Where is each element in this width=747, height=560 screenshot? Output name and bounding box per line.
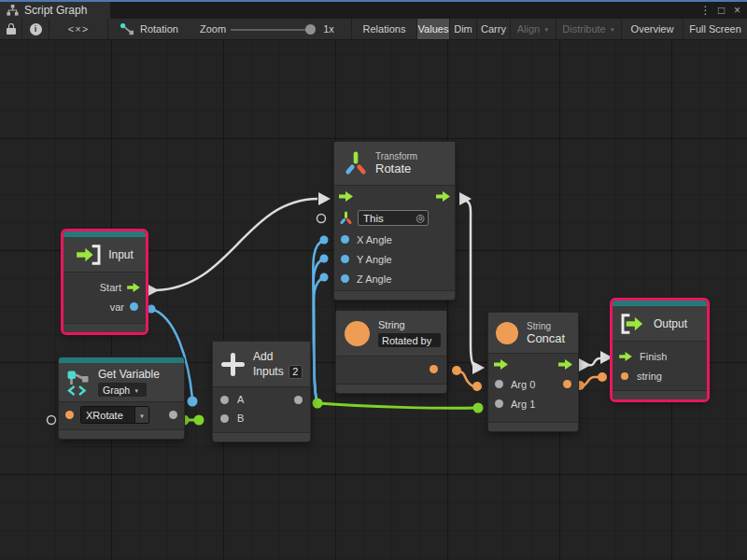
input-port-icon[interactable] [495,399,503,408]
node-title: Get Variable [98,368,160,381]
node-title: Concat [527,331,565,345]
dim-button[interactable]: Dim [449,19,476,39]
chevron-down-icon: ▼ [543,27,549,33]
flow-out-icon[interactable] [558,359,572,370]
window-controls: ⋮ □ × [698,2,745,19]
tab-script-graph[interactable]: Script Graph [0,2,110,19]
zoom-slider-track[interactable] [231,29,313,31]
inputs-label: Inputs [253,365,284,378]
input-port-icon[interactable] [220,396,229,404]
value-out-port-icon[interactable] [169,411,177,419]
port-label-arg1: Arg 1 [511,399,535,410]
node-title: Rotate [375,161,417,175]
node-footer [613,390,707,399]
tab-title: Script Graph [24,4,87,17]
port-label-y-angle: Y Angle [357,254,392,265]
node-title: Add [253,350,303,363]
scope-dropdown[interactable]: Graph ▼ [98,383,147,397]
node-add[interactable]: Add Inputs 2 A B [213,342,310,441]
variable-dropdown[interactable]: XRotate ▼ [80,406,149,424]
inputs-count-field[interactable]: 2 [289,365,303,379]
chevron-down-icon: ▼ [134,388,139,394]
value-port-icon[interactable] [341,255,349,263]
breadcrumb[interactable]: Rotation [120,19,194,39]
flow-port-icon[interactable] [127,283,140,292]
node-category: String [378,319,441,330]
zoom-value: 1x [318,19,339,39]
values-button[interactable]: Values [416,19,449,39]
node-footer [63,323,146,332]
node-output[interactable]: Output Finish string [613,301,707,399]
transform-port-icon[interactable] [340,211,352,225]
node-title: Output [654,317,687,330]
value-port-icon[interactable] [341,235,349,244]
node-get-variable[interactable]: Get Variable Graph ▼ XRotate ▼ [59,357,184,439]
node-string-literal[interactable]: String Rotated by [336,311,446,393]
node-concat[interactable]: String Concat Arg 0 Arg 1 [488,313,578,431]
string-port-icon[interactable] [621,372,628,380]
input-node-icon [76,245,102,265]
node-category: Transform [375,151,417,161]
port-label-var: var [110,301,124,313]
align-button[interactable]: Align ▼ [510,19,556,39]
align-label: Align [517,23,540,35]
transform-icon [345,150,367,176]
relations-button[interactable]: Relations [351,19,416,39]
variable-icon [66,370,91,396]
node-rotate[interactable]: Transform Rotate This ◎ X Angle [334,142,455,300]
distribute-button[interactable]: Distribute ▼ [556,19,621,39]
graph-icon [7,5,19,16]
fullscreen-button[interactable]: Full Screen [683,19,747,39]
subgraph-icon [120,22,134,35]
lock-icon [7,23,16,35]
distribute-label: Distribute [562,23,605,35]
flow-out-icon[interactable] [436,191,450,202]
focus-indicator [0,0,747,2]
port-label-string: string [637,371,662,382]
chevron-down-icon: ▼ [610,27,615,33]
port-label-b: B [237,413,244,424]
flow-in-icon[interactable] [339,191,353,202]
menu-icon[interactable]: ⋮ [698,2,713,19]
port-label-start: Start [100,282,121,293]
node-footer [59,429,184,439]
input-port-icon[interactable] [220,414,229,423]
maximize-icon[interactable]: □ [713,2,729,19]
value-port-icon[interactable] [130,302,138,311]
variable-value: XRotate [86,410,123,421]
string-value-field[interactable]: Rotated by [378,333,441,347]
this-value: This [363,213,384,224]
carry-button[interactable]: Carry [476,19,510,39]
this-field[interactable]: This ◎ [358,210,429,226]
breadcrumb-label: Rotation [140,23,178,35]
node-category: String [527,321,565,331]
port-label-a: A [237,394,244,405]
string-out-port-icon[interactable] [430,365,438,373]
output-port-icon[interactable] [294,396,303,404]
close-icon[interactable]: × [729,2,745,19]
string-icon [496,322,518,344]
string-icon [345,321,370,346]
info-button[interactable]: i [22,19,49,39]
flow-port-icon[interactable] [619,352,632,361]
target-picker-icon[interactable]: ◎ [416,212,425,224]
node-input[interactable]: Input Start var [63,231,146,332]
node-footer [334,290,455,300]
input-port-icon[interactable] [495,380,503,388]
add-icon [221,353,245,376]
output-node-icon [620,314,646,334]
lock-button[interactable] [0,19,22,39]
zoom-label: Zoom [197,19,229,39]
string-out-port-icon[interactable] [563,380,571,388]
name-port-icon[interactable] [65,411,74,419]
insert-node-button[interactable]: <×> [49,19,108,39]
value-port-icon[interactable] [341,274,349,283]
graph-toolbar: i <×> Rotation Zoom 1x Relations Values … [0,19,747,40]
port-label-finish: Finish [640,351,667,362]
script-graph-window: Script Graph ⋮ □ × i <×> Rotation Zoom [0,0,747,560]
node-footer [213,432,310,441]
flow-in-icon[interactable] [494,359,508,370]
overview-button[interactable]: Overview [621,19,683,39]
zoom-slider-handle[interactable] [305,24,316,35]
title-bar: Script Graph ⋮ □ × [0,0,747,19]
